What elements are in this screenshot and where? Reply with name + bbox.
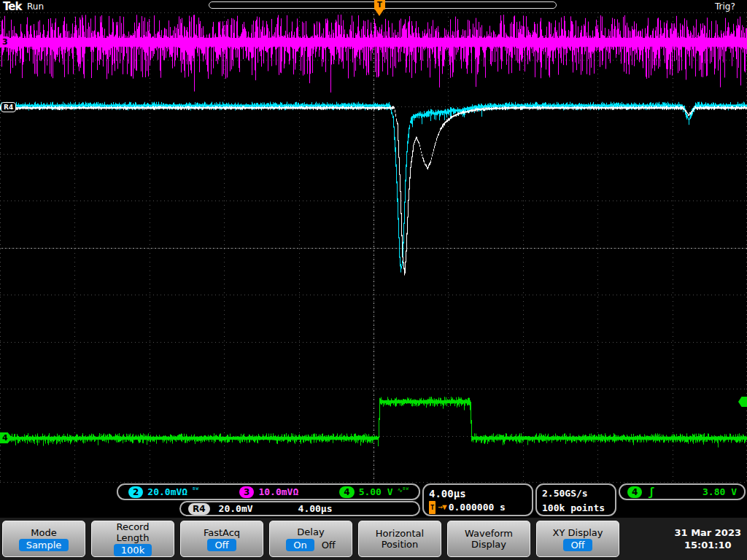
oscilloscope-screen: Tek Run Trig? T 3 R4 4 2 20.0mVΩ ᴮᵂ 3 10… bbox=[0, 0, 747, 560]
date-value: 31 Mar 2023 bbox=[675, 526, 741, 539]
ch4-readout: 4 5.00 V ∿ᴮᵂ bbox=[339, 486, 409, 498]
time-value: 15:01:10 bbox=[675, 539, 741, 551]
ch2-scale-value: 20.0mVΩ bbox=[147, 486, 187, 497]
xy-display-label: XY Display bbox=[553, 527, 603, 538]
fastacq-value: Off bbox=[207, 539, 236, 551]
trigger-position-marker[interactable]: T bbox=[374, 0, 385, 9]
horizontal-scale-value: 4.00µs bbox=[429, 486, 527, 501]
record-length-value: 100k points bbox=[542, 501, 610, 516]
delay-off-option[interactable]: Off bbox=[322, 540, 336, 551]
delay-options: On Off bbox=[286, 538, 336, 551]
horizontal-position-label-2: Position bbox=[382, 539, 419, 550]
tek-logo: Tek bbox=[3, 0, 21, 13]
waveform-display-label-2: Display bbox=[471, 539, 506, 550]
delay-button[interactable]: Delay On Off bbox=[269, 521, 352, 557]
ref4-timebase-value: 4.00µs bbox=[298, 503, 333, 514]
trigger-delay-arrow-icon: →▼ bbox=[438, 501, 446, 514]
channel-scale-readout[interactable]: 2 20.0mVΩ ᴮᵂ 3 10.0mVΩ 4 5.00 V ∿ᴮᵂ bbox=[117, 483, 420, 500]
trigger-status: Trig? bbox=[715, 1, 735, 12]
trigger-readout[interactable]: 4 ʃ 3.80 V bbox=[619, 483, 746, 500]
header-bar: Tek Run Trig? bbox=[0, 0, 747, 12]
acquisition-readout: 2.50GS/s 100k points bbox=[535, 483, 616, 516]
ch4-badge: 4 bbox=[339, 486, 354, 498]
ch2-coupling-icon: ᴮᵂ bbox=[192, 486, 198, 494]
waveform-display bbox=[0, 12, 747, 483]
trigger-level-value: 3.80 V bbox=[703, 486, 737, 497]
waveform-display-button[interactable]: Waveform Display bbox=[447, 521, 530, 557]
horizontal-position-label-1: Horizontal bbox=[376, 528, 424, 539]
record-length-button[interactable]: Record Length 100k bbox=[91, 521, 174, 557]
mode-value: Sample bbox=[19, 539, 69, 551]
xy-display-value: Off bbox=[563, 539, 592, 551]
mode-button-label: Mode bbox=[31, 527, 56, 538]
ch4-scale-value: 5.00 V bbox=[359, 486, 393, 497]
ch2-badge: 2 bbox=[128, 486, 143, 498]
delay-label: Delay bbox=[297, 526, 324, 537]
acquisition-status: Run bbox=[27, 1, 44, 12]
trigger-delay-readout: T →▼ 0.000000 s bbox=[429, 501, 527, 514]
readout-bar: 2 20.0mVΩ ᴮᵂ 3 10.0mVΩ 4 5.00 V ∿ᴮᵂ R4 2… bbox=[0, 483, 747, 518]
record-length-value: 100k bbox=[114, 544, 152, 556]
mode-button[interactable]: Mode Sample bbox=[2, 521, 85, 557]
ref4-scale-value: 20.0mV bbox=[219, 503, 253, 514]
horizontal-readout[interactable]: 4.00µs T →▼ 0.000000 s bbox=[422, 483, 533, 516]
graticule-area: 3 R4 4 bbox=[0, 12, 747, 483]
trigger-position-arrow-icon bbox=[375, 9, 384, 16]
ref4-scale-readout[interactable]: R4 20.0mV 4.00µs bbox=[179, 501, 420, 516]
trigger-slope-icon: ʃ bbox=[648, 486, 654, 499]
ch4-coupling-icon: ∿ᴮᵂ bbox=[398, 486, 409, 494]
menu-bar: Mode Sample Record Length 100k FastAcq O… bbox=[0, 518, 747, 560]
trigger-delay-value: 0.000000 s bbox=[449, 501, 506, 514]
ch3-badge: 3 bbox=[239, 486, 254, 498]
sample-rate-value: 2.50GS/s bbox=[542, 486, 610, 501]
ch3-scale-value: 10.0mVΩ bbox=[258, 486, 298, 497]
horizontal-position-button[interactable]: Horizontal Position bbox=[358, 521, 441, 557]
delay-on-option[interactable]: On bbox=[286, 539, 314, 551]
trigger-delay-t-icon: T bbox=[429, 501, 436, 514]
fastacq-label: FastAcq bbox=[204, 527, 240, 538]
ref4-position-marker[interactable]: R4 bbox=[1, 102, 16, 112]
ch3-readout: 3 10.0mVΩ bbox=[239, 486, 298, 498]
fastacq-button[interactable]: FastAcq Off bbox=[180, 521, 263, 557]
trigger-source-badge: 4 bbox=[627, 486, 642, 498]
record-length-label-2: Length bbox=[117, 532, 150, 543]
record-length-label-1: Record bbox=[117, 521, 150, 532]
datetime-display: 31 Mar 2023 15:01:10 bbox=[675, 526, 741, 551]
ref4-badge: R4 bbox=[188, 503, 210, 515]
xy-display-button[interactable]: XY Display Off bbox=[536, 521, 619, 557]
ch2-readout: 2 20.0mVΩ ᴮᵂ bbox=[128, 486, 198, 498]
waveform-display-label-1: Waveform bbox=[465, 528, 513, 539]
